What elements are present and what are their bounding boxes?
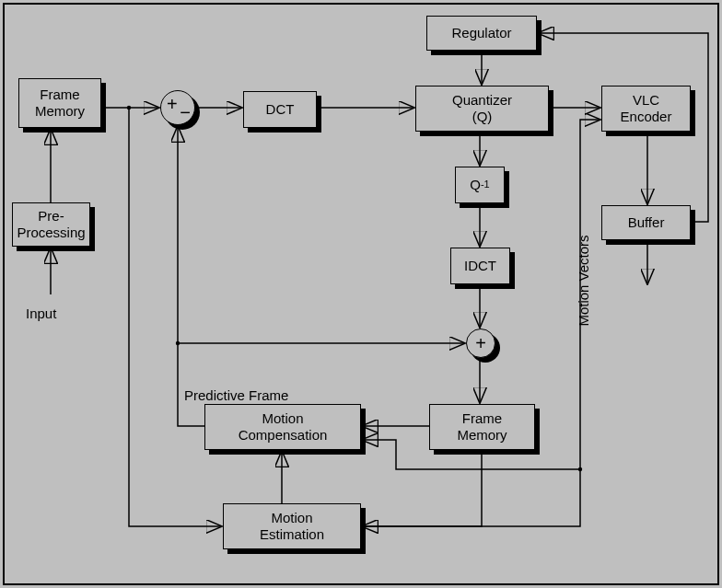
qinv-label: Q [470, 177, 481, 193]
regulator-block: Regulator [426, 16, 537, 51]
dct-block: DCT [243, 91, 317, 128]
sum-junction-icon: + − [160, 90, 195, 125]
adder-junction-icon: + [466, 329, 495, 358]
diagram-canvas: Frame Memory Pre- Processing DCT Regulat… [0, 0, 722, 588]
quantizer-block: Quantizer (Q) [415, 86, 549, 132]
frame-memory-2-block: Frame Memory [429, 404, 535, 450]
motion-compensation-block: Motion Compensation [204, 404, 361, 450]
predictive-frame-label: Predictive Frame [184, 387, 288, 404]
sum-minus-label: − [180, 102, 191, 123]
idct-block: IDCT [450, 248, 510, 284]
sum-plus-label: + [167, 94, 178, 115]
motion-estimation-block: Motion Estimation [223, 503, 361, 549]
buffer-block: Buffer [601, 205, 691, 240]
adder-plus-label: + [475, 333, 486, 354]
vlc-encoder-block: VLC Encoder [601, 86, 691, 132]
frame-memory-block: Frame Memory [18, 78, 101, 128]
input-label: Input [26, 306, 56, 322]
inverse-quantizer-block: Q-1 [455, 167, 505, 203]
pre-processing-block: Pre- Processing [12, 202, 90, 247]
motion-vectors-label: Motion Vectors [576, 225, 594, 336]
qinv-exponent: -1 [481, 179, 490, 190]
